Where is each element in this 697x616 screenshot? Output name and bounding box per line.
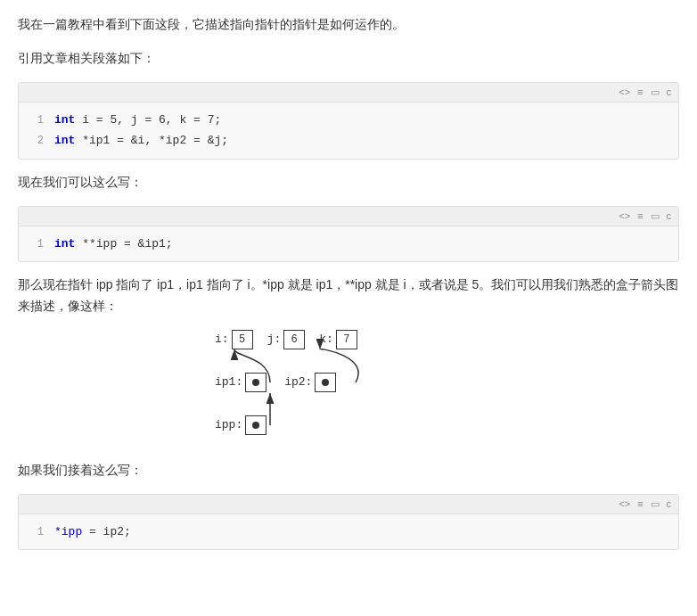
list-icon[interactable]: ≡ <box>636 86 644 98</box>
ipp-dot <box>252 422 259 429</box>
j-box: 6 <box>283 330 305 349</box>
intro-text1: 我在一篇教程中看到下面这段，它描述指向指针的指针是如何运作的。 <box>18 14 679 36</box>
intro-text2: 引用文章相关段落如下： <box>18 48 679 70</box>
copy-icon-3[interactable]: ▭ <box>649 497 661 511</box>
ip1-dot <box>252 379 259 386</box>
code-icon[interactable]: <> <box>617 86 632 98</box>
k-box: 7 <box>336 330 357 349</box>
line-num-1: 1 <box>28 111 44 131</box>
copy-icon[interactable]: ▭ <box>649 86 661 99</box>
i-box: 5 <box>232 330 253 349</box>
code-line-2: 2 int *ip1 = &i, *ip2 = &j; <box>28 130 669 152</box>
ip1-var: ip1: <box>215 373 266 392</box>
code-toolbar-1: <> ≡ ▭ c <box>19 83 678 103</box>
j-label: j: <box>267 333 282 346</box>
code-content-2: int *ip1 = &i, *ip2 = &j; <box>54 130 228 151</box>
diagram-row-bot: ipp: <box>215 415 266 435</box>
code-content-1: int i = 5, j = 6, k = 7; <box>54 110 221 130</box>
list-icon-3[interactable]: ≡ <box>636 497 644 510</box>
code-block-3: <> ≡ ▭ c 1 *ipp = ip2; <box>18 494 679 551</box>
code-line-1: 1 int i = 5, j = 6, k = 7; <box>28 110 669 131</box>
list-icon-2[interactable]: ≡ <box>636 209 644 222</box>
ip1-box <box>245 373 266 392</box>
code-block-2: <> ≡ ▭ c 1 int **ipp = &ip1; <box>18 206 679 263</box>
code-icon-2[interactable]: <> <box>617 209 632 222</box>
code-body-3: 1 *ipp = ip2; <box>19 514 678 550</box>
intro-text5: 如果我们接着这么写： <box>18 460 679 481</box>
c-icon: c <box>665 86 674 98</box>
ip2-var: ip2: <box>284 373 336 392</box>
c-icon-3: c <box>665 497 674 510</box>
intro-text4: 那么现在指针 ipp 指向了 ip1，ip1 指向了 i。*ipp 就是 ip1… <box>18 275 679 317</box>
code-toolbar-3: <> ≡ ▭ c <box>19 495 678 514</box>
code-block-1: <> ≡ ▭ c 1 int i = 5, j = 6, k = 7; 2 in… <box>18 82 679 160</box>
ip1-label: ip1: <box>215 375 242 389</box>
copy-icon-2[interactable]: ▭ <box>649 209 661 223</box>
code-content-3: int **ipp = &ip1; <box>54 234 173 254</box>
diagram: i: 5 j: 6 k: 7 ip1: ip2: <box>215 330 482 446</box>
code-content-4: *ipp = ip2; <box>54 522 131 542</box>
ip2-label: ip2: <box>284 375 312 389</box>
c-icon-2: c <box>665 209 674 222</box>
ipp-label: ipp: <box>215 418 242 431</box>
line-num-3: 1 <box>28 235 44 255</box>
line-num-2: 2 <box>28 132 44 152</box>
i-var: i: 5 <box>215 330 253 349</box>
ipp-box <box>245 415 266 435</box>
diagram-row-mid: ip1: ip2: <box>215 373 336 392</box>
ip2-box <box>315 373 336 392</box>
line-num-4: 1 <box>28 523 44 543</box>
j-var: j: 6 <box>267 330 306 349</box>
code-toolbar-2: <> ≡ ▭ c <box>19 207 678 226</box>
code-body-2: 1 int **ipp = &ip1; <box>19 226 678 262</box>
ip2-dot <box>322 379 329 386</box>
code-line-3: 1 int **ipp = &ip1; <box>28 234 669 255</box>
code-icon-3[interactable]: <> <box>617 497 632 510</box>
intro-text3: 现在我们可以这么写： <box>18 172 679 193</box>
i-label: i: <box>215 333 229 346</box>
code-line-4: 1 *ipp = ip2; <box>28 522 669 543</box>
k-var: k: 7 <box>319 330 357 349</box>
k-label: k: <box>319 333 333 346</box>
diagram-container: i: 5 j: 6 k: 7 ip1: ip2: <box>18 330 679 446</box>
diagram-row-top: i: 5 j: 6 k: 7 <box>215 330 357 349</box>
ipp-var: ipp: <box>215 415 266 435</box>
code-body-1: 1 int i = 5, j = 6, k = 7; 2 int *ip1 = … <box>19 103 678 159</box>
